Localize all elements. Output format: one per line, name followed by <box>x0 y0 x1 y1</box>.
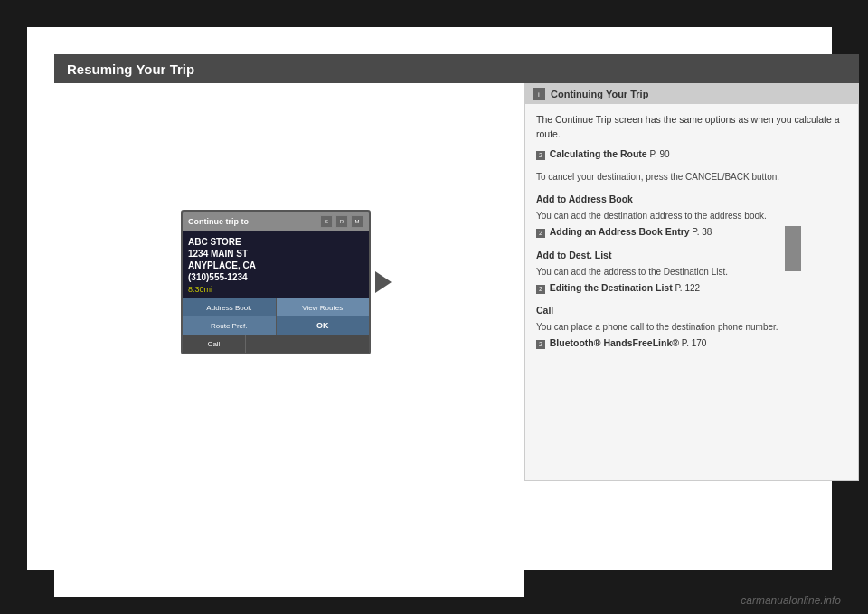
page-title: Resuming Your Trip <box>67 61 194 77</box>
address-name-line3: ANYPLACE, CA <box>188 260 363 271</box>
ok-button[interactable]: OK <box>277 316 370 335</box>
screen-bottom: DESTINATION MAP <box>183 353 369 354</box>
right-panel-title: Continuing Your Trip <box>551 89 648 99</box>
rp-cancel-section: To cancel your destination, press the CA… <box>536 170 847 184</box>
gray-side-indicator <box>785 226 801 271</box>
address-book-button[interactable]: Address Book <box>183 298 277 316</box>
right-panel-content: The Continue Trip screen has the same op… <box>525 104 858 369</box>
content-area: Resuming Your Trip Continue trip to S R … <box>27 27 832 570</box>
bottom-logo: carmanualonline.info <box>741 594 841 607</box>
nav-screen: Continue trip to S R M ABC STORE 1234 MA… <box>181 210 371 354</box>
address-name-line1: ABC STORE <box>188 236 363 248</box>
rp-address-book-heading: Add to Address Book <box>536 193 847 207</box>
ref2-icon: 2 <box>536 229 545 238</box>
rp-address-book-body: You can add the destination address to t… <box>536 209 847 222</box>
nav-screen-container: Continue trip to S R M ABC STORE 1234 MA… <box>181 210 371 354</box>
screen-icon-m: M <box>351 215 363 228</box>
rp-call-heading: Call <box>536 304 847 318</box>
screen-icon-r: R <box>335 215 348 228</box>
arrow-indicator <box>375 271 392 293</box>
screen-top-bar: Continue trip to S R M <box>183 212 369 231</box>
ref1-page: P. 90 <box>650 149 670 159</box>
ref2-page: P. 38 <box>692 227 712 237</box>
rp-ref3: 2 Editing the Destination List P. 122 <box>536 281 847 296</box>
rp-intro-section: The Continue Trip screen has the same op… <box>536 113 847 161</box>
right-panel: i Continuing Your Trip The Continue Trip… <box>524 83 859 481</box>
address-name-line4: (310)555-1234 <box>188 271 363 283</box>
title-bar: Resuming Your Trip <box>54 54 859 83</box>
ref3-icon: 2 <box>536 285 545 294</box>
call-button[interactable]: Call <box>183 335 246 353</box>
ref3-bold: Editing the Destination List <box>550 282 673 293</box>
continue-trip-label: Continue trip to <box>188 217 249 226</box>
ref1-icon: 2 <box>536 151 545 160</box>
rp-ref4: 2 Bluetooth® HandsFreeLink® P. 170 <box>536 336 847 351</box>
ref4-page: P. 170 <box>682 338 707 348</box>
right-panel-title-bar: i Continuing Your Trip <box>525 84 858 104</box>
screen-btn-row2: Route Pref. OK <box>183 316 369 335</box>
screen-icons: S R M <box>320 215 363 228</box>
route-pref-button[interactable]: Route Pref. <box>183 316 277 335</box>
ref1-bold: Calculating the Route <box>550 148 647 159</box>
screen-icon-s: S <box>320 215 333 228</box>
spacer <box>246 335 369 353</box>
ref4-icon: 2 <box>536 340 545 349</box>
rp-call-section: Call You can place a phone call to the d… <box>536 304 847 351</box>
rp-cancel-text: To cancel your destination, press the CA… <box>536 170 847 184</box>
bottom-btn-row: Call <box>183 335 369 353</box>
info-icon: i <box>533 88 545 100</box>
screen-btn-row1: Address Book View Routes <box>183 298 369 316</box>
address-area: ABC STORE 1234 MAIN ST ANYPLACE, CA (310… <box>183 231 369 298</box>
ref3-page: P. 122 <box>675 283 700 293</box>
address-name-line2: 1234 MAIN ST <box>188 248 363 260</box>
rp-intro-text: The Continue Trip screen has the same op… <box>536 113 847 142</box>
rp-call-body: You can place a phone call to the destin… <box>536 320 847 334</box>
ref2-bold: Adding an Address Book Entry <box>550 226 690 237</box>
left-section: Continue trip to S R M ABC STORE 1234 MA… <box>54 83 524 597</box>
address-distance: 8.30mi <box>188 285 363 294</box>
view-routes-button[interactable]: View Routes <box>277 298 370 316</box>
rp-ref1: 2 Calculating the Route P. 90 <box>536 147 847 162</box>
ref4-bold: Bluetooth® HandsFreeLink® <box>550 337 679 348</box>
